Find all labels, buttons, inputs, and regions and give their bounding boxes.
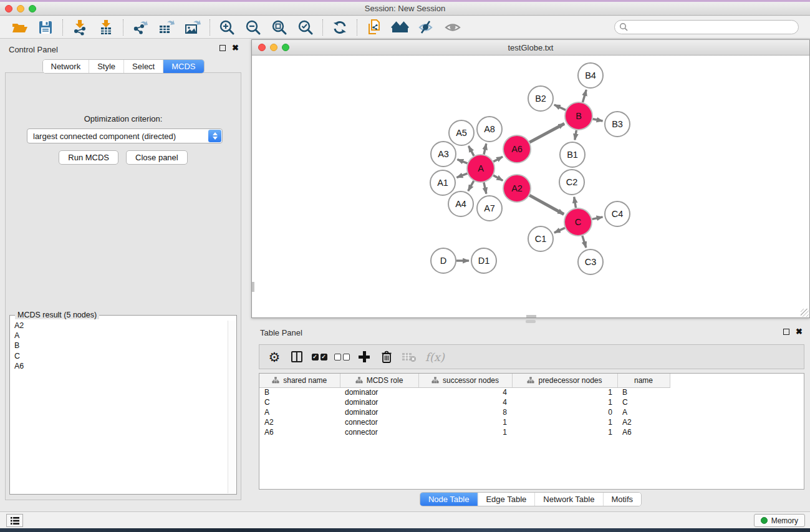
- table-cell[interactable]: A6: [617, 427, 670, 437]
- graph-edge-A-A3[interactable]: [457, 160, 467, 163]
- tab-mcds[interactable]: MCDS: [163, 60, 203, 73]
- graph-node-A8[interactable]: A8: [477, 117, 502, 142]
- graph-node-B4[interactable]: B4: [578, 63, 603, 88]
- deselect-all-columns-button[interactable]: [332, 347, 352, 366]
- col-header-name[interactable]: name: [617, 374, 670, 387]
- graph-edge-B-B3[interactable]: [593, 119, 603, 121]
- zoom-out-button[interactable]: [240, 18, 266, 37]
- close-network-window-button[interactable]: [258, 44, 266, 51]
- table-cell[interactable]: C: [617, 397, 670, 407]
- panel-divider-grip[interactable]: [526, 320, 536, 323]
- graph-node-B[interactable]: B: [565, 102, 592, 130]
- graph-edge-A-A1[interactable]: [456, 173, 467, 177]
- graph-edge-C-C3[interactable]: [582, 236, 586, 248]
- tab-style[interactable]: Style: [89, 60, 123, 73]
- table-cell[interactable]: 4: [418, 387, 512, 397]
- table-cell[interactable]: B: [617, 387, 670, 397]
- close-panel-icon[interactable]: ✖: [796, 329, 803, 335]
- table-row[interactable]: Bdominator41B: [259, 387, 670, 397]
- table-cell[interactable]: dominator: [340, 387, 418, 397]
- table-cell[interactable]: A6: [259, 427, 340, 437]
- open-file-button[interactable]: [6, 18, 32, 37]
- table-cell[interactable]: 1: [512, 417, 617, 427]
- optimization-criterion-select[interactable]: largest connected component (directed): [27, 128, 223, 143]
- graph-edge-A-A5[interactable]: [468, 146, 474, 156]
- refresh-button[interactable]: [327, 18, 353, 37]
- graph-node-A2[interactable]: A2: [503, 175, 531, 202]
- table-cell[interactable]: B: [259, 387, 340, 397]
- export-network-button[interactable]: [127, 18, 153, 37]
- network-hscroll-nub[interactable]: [526, 315, 536, 317]
- graph-edge-A-A6[interactable]: [493, 157, 503, 162]
- table-row[interactable]: Cdominator41C: [259, 397, 670, 407]
- select-all-columns-button[interactable]: ✓✓: [309, 347, 329, 366]
- zoom-in-button[interactable]: [214, 18, 240, 37]
- mcds-result-item[interactable]: B: [11, 341, 227, 351]
- table-cell[interactable]: connector: [340, 417, 418, 427]
- import-network-button[interactable]: [67, 18, 93, 37]
- graph-edge-A-A2[interactable]: [493, 175, 503, 180]
- close-panel-button[interactable]: Close panel: [126, 150, 188, 165]
- graph-edge-A-A7[interactable]: [484, 182, 486, 193]
- run-mcds-button[interactable]: Run MCDS: [59, 150, 118, 165]
- tab-node-table[interactable]: Node Table: [420, 493, 478, 506]
- network-canvas[interactable]: B4B2BB3A8A5A6A3B1AC2A1A2A4A7C4CC1DD1C3: [252, 56, 809, 317]
- show-columns-button[interactable]: [287, 347, 307, 366]
- graph-node-B1[interactable]: B1: [560, 142, 585, 167]
- tab-edge-table[interactable]: Edge Table: [477, 493, 534, 506]
- table-row[interactable]: A2connector11A2: [259, 417, 670, 427]
- table-options-button[interactable]: ⚙: [264, 347, 284, 366]
- graph-node-A3[interactable]: A3: [431, 142, 456, 167]
- graph-node-B2[interactable]: B2: [528, 86, 553, 111]
- graph-node-D1[interactable]: D1: [471, 248, 496, 273]
- col-header-successor-nodes[interactable]: successor nodes: [418, 374, 512, 387]
- graph-edge-A2-C[interactable]: [529, 195, 564, 214]
- export-table-button[interactable]: [153, 18, 180, 37]
- table-cell[interactable]: 8: [418, 407, 512, 417]
- table-cell[interactable]: 1: [418, 417, 512, 427]
- graph-edge-C-C4[interactable]: [592, 217, 603, 220]
- search-input[interactable]: [614, 20, 799, 34]
- graph-edge-A-A8[interactable]: [484, 143, 486, 154]
- graph-edge-C-C2[interactable]: [574, 197, 576, 208]
- import-table-button[interactable]: [93, 18, 119, 37]
- graph-node-C1[interactable]: C1: [528, 226, 553, 251]
- minimize-network-window-button[interactable]: [270, 44, 277, 51]
- graph-node-A6[interactable]: A6: [503, 135, 531, 163]
- memory-button[interactable]: Memory: [754, 514, 805, 527]
- network-window-titlebar[interactable]: testGlobe.txt: [252, 40, 809, 56]
- table-cell[interactable]: A2: [617, 417, 670, 427]
- network-canvas-svg[interactable]: B4B2BB3A8A5A6A3B1AC2A1A2A4A7C4CC1DD1C3: [252, 56, 809, 317]
- mcds-result-item[interactable]: A6: [11, 361, 227, 371]
- col-header-predecessor-nodes[interactable]: predecessor nodes: [512, 374, 617, 387]
- graph-node-D[interactable]: D: [431, 248, 456, 273]
- clone-network-button[interactable]: [361, 18, 387, 37]
- tab-network-table[interactable]: Network Table: [534, 493, 602, 506]
- table-row[interactable]: A6connector11A6: [259, 427, 670, 437]
- graph-node-C3[interactable]: C3: [578, 249, 603, 274]
- delete-column-button[interactable]: [377, 347, 397, 366]
- tab-network[interactable]: Network: [42, 60, 89, 73]
- zoom-selected-button[interactable]: [292, 18, 319, 37]
- graph-node-A7[interactable]: A7: [477, 196, 502, 221]
- table-cell[interactable]: A: [617, 407, 670, 417]
- hide-panels-button[interactable]: [413, 18, 440, 37]
- table-cell[interactable]: 1: [512, 387, 617, 397]
- graph-node-C2[interactable]: C2: [559, 170, 584, 195]
- close-window-button[interactable]: [5, 5, 12, 12]
- table-cell[interactable]: 0: [512, 407, 617, 417]
- float-panel-icon[interactable]: [219, 45, 226, 51]
- tab-motifs[interactable]: Motifs: [602, 493, 641, 506]
- table-cell[interactable]: 4: [418, 397, 512, 407]
- col-header-shared-name[interactable]: shared name: [259, 374, 340, 387]
- graph-node-B3[interactable]: B3: [605, 112, 630, 137]
- minimize-window-button[interactable]: [17, 5, 24, 12]
- table-cell[interactable]: dominator: [340, 397, 418, 407]
- zoom-fit-button[interactable]: [266, 18, 292, 37]
- export-image-button[interactable]: [180, 18, 206, 37]
- table-cell[interactable]: A2: [259, 417, 340, 427]
- graph-edge-A6-B[interactable]: [529, 123, 564, 142]
- mcds-result-item[interactable]: C: [11, 351, 227, 361]
- window-resize-grip[interactable]: [801, 309, 809, 317]
- table-cell[interactable]: 1: [512, 397, 617, 407]
